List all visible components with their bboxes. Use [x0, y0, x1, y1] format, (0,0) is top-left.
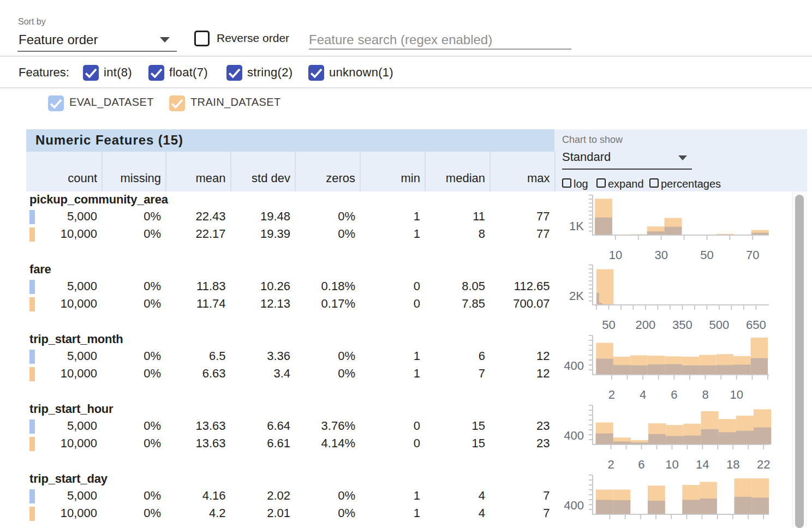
- eval-bar[interactable]: [666, 436, 683, 445]
- dataset-chip: [29, 507, 35, 521]
- scrollbar-thumb[interactable]: [795, 195, 804, 528]
- dataset-checkbox[interactable]: [169, 95, 185, 111]
- feature-search-field: [309, 31, 571, 49]
- stat-value: 8: [479, 227, 485, 241]
- feature-name: trip_start_day: [29, 472, 108, 486]
- sort-by-label: Sort by: [18, 17, 46, 27]
- stat-value: 3.76%: [321, 419, 355, 433]
- eval-bar[interactable]: [665, 227, 682, 235]
- eval-bar[interactable]: [648, 364, 665, 375]
- column-header-missing: missing: [120, 171, 161, 185]
- eval-bar[interactable]: [595, 218, 612, 235]
- feature-type-checkbox[interactable]: [308, 65, 324, 81]
- stat-value: 19.39: [260, 227, 290, 241]
- stat-value: 0: [414, 279, 420, 293]
- chart-controls-panel: Chart to show Standard logexpandpercenta…: [554, 129, 807, 191]
- y-axis-label: 400: [564, 359, 584, 373]
- eval-bar[interactable]: [735, 497, 752, 514]
- column-header-median: median: [446, 171, 485, 185]
- feature-type-checkbox[interactable]: [226, 65, 242, 81]
- x-axis-label: 4: [640, 388, 646, 401]
- x-axis-label: 6: [638, 458, 644, 471]
- eval-bar[interactable]: [701, 429, 719, 445]
- eval-bar[interactable]: [751, 497, 769, 514]
- dataset-checkbox[interactable]: [48, 95, 64, 111]
- check-icon: [83, 65, 99, 81]
- eval-bar[interactable]: [682, 365, 699, 375]
- stat-value: 6: [479, 349, 485, 363]
- check-icon: [148, 65, 164, 81]
- check-icon: [226, 65, 242, 81]
- feature-type-checkbox[interactable]: [148, 65, 164, 81]
- y-axis-label: 400: [564, 429, 584, 442]
- column-header-mean: mean: [195, 171, 225, 185]
- eval-bar[interactable]: [630, 365, 647, 375]
- eval-bar[interactable]: [719, 432, 736, 445]
- expand-checkbox-label: expand: [608, 178, 644, 190]
- feature-type-label: float(7): [169, 65, 208, 80]
- eval-bar[interactable]: [683, 436, 701, 445]
- x-axis-label: 500: [709, 318, 730, 332]
- dataset-chip: [29, 437, 35, 451]
- stat-value: 1: [414, 489, 420, 503]
- eval-bar[interactable]: [648, 434, 666, 445]
- log-checkbox[interactable]: [562, 178, 571, 188]
- x-axis-label: 8: [702, 388, 708, 401]
- expand-checkbox[interactable]: [596, 178, 606, 188]
- eval-bar[interactable]: [700, 499, 717, 514]
- feature-name: trip_start_month: [29, 332, 123, 346]
- reverse-order-checkbox[interactable]: [194, 31, 210, 46]
- eval-bar[interactable]: [754, 428, 771, 445]
- dataset-chip: [29, 489, 35, 503]
- eval-bar[interactable]: [596, 359, 613, 375]
- table-title: Numeric Features (15): [35, 133, 183, 148]
- feature-type-label: int(8): [104, 65, 132, 80]
- stat-value: 1: [414, 227, 420, 241]
- stat-value: 23: [536, 419, 550, 433]
- stat-value: 0%: [144, 279, 161, 293]
- stat-value: 22.17: [195, 227, 225, 241]
- feature-type-label: unknown(1): [329, 65, 393, 80]
- eval-bar[interactable]: [682, 500, 700, 514]
- histogram-trip_start_day[interactable]: 400: [557, 471, 786, 528]
- feature-type-checkbox[interactable]: [83, 65, 99, 81]
- eval-bar[interactable]: [733, 365, 750, 375]
- divider-2: [0, 87, 812, 88]
- sort-by-dropdown-arrow-icon[interactable]: [160, 37, 170, 43]
- stat-value: 10,000: [61, 367, 97, 381]
- percentages-checkbox-label: percentages: [661, 178, 721, 190]
- y-axis-label: 2K: [569, 289, 584, 303]
- eval-bar[interactable]: [596, 293, 599, 305]
- stat-value: 0%: [338, 506, 355, 520]
- stat-value: 0%: [338, 209, 355, 224]
- eval-bar[interactable]: [647, 231, 665, 235]
- stat-value: 5,000: [67, 279, 97, 293]
- eval-bar[interactable]: [596, 500, 613, 514]
- x-axis-label: 22: [757, 458, 770, 471]
- sort-by-select-value[interactable]: Feature order: [19, 32, 98, 47]
- percentages-checkbox[interactable]: [649, 178, 659, 188]
- stat-value: 0.18%: [321, 279, 355, 293]
- eval-bar[interactable]: [613, 500, 631, 514]
- column-header-min: min: [401, 171, 420, 185]
- stat-value: 10.26: [260, 279, 290, 293]
- eval-bar[interactable]: [717, 365, 733, 375]
- x-axis-label: 200: [636, 318, 656, 332]
- eval-bar[interactable]: [613, 365, 630, 375]
- x-axis-label: 10: [665, 458, 678, 471]
- stat-value: 700.07: [513, 297, 550, 311]
- eval-bar[interactable]: [736, 431, 754, 445]
- feature-search-input[interactable]: [309, 31, 571, 49]
- chart-type-dropdown-arrow-icon[interactable]: [678, 155, 687, 160]
- eval-bar[interactable]: [665, 364, 682, 375]
- stat-value: 0%: [144, 436, 161, 451]
- eval-bar[interactable]: [648, 501, 665, 514]
- stat-value: 0%: [338, 489, 355, 503]
- chart-type-select-value[interactable]: Standard: [562, 150, 611, 164]
- stat-value: 1: [414, 367, 420, 381]
- dataset-chip: [29, 350, 35, 364]
- eval-bar[interactable]: [596, 434, 613, 445]
- eval-bar[interactable]: [751, 358, 768, 375]
- eval-bar[interactable]: [699, 365, 716, 375]
- x-axis-label: 10: [730, 388, 743, 401]
